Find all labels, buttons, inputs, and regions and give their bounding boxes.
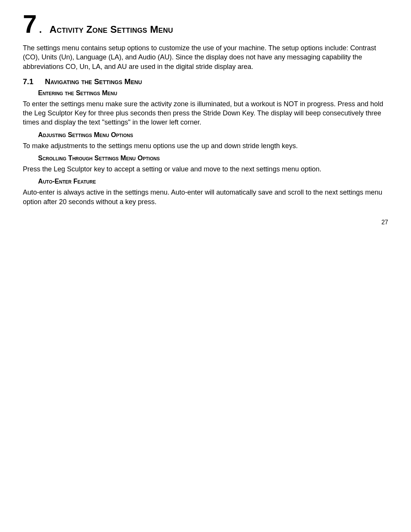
subheading-autoenter: Auto-Enter Feature bbox=[38, 177, 388, 185]
paragraph-entering: To enter the settings menu make sure the… bbox=[23, 99, 388, 127]
chapter-dot: . bbox=[39, 24, 42, 35]
chapter-title: Activity Zone Settings Menu bbox=[49, 24, 173, 35]
page-number: 27 bbox=[381, 219, 388, 226]
subheading-scrolling: Scrolling Through Settings Menu Options bbox=[38, 154, 388, 162]
subheading-adjusting: Adjusting Settings Menu Options bbox=[38, 131, 388, 139]
chapter-heading: 7 . Activity Zone Settings Menu bbox=[23, 11, 388, 37]
subheading-entering: Entering the Settings Menu bbox=[38, 89, 388, 97]
document-page: 7 . Activity Zone Settings Menu The sett… bbox=[0, 0, 411, 532]
chapter-number: 7 bbox=[23, 11, 37, 37]
intro-paragraph: The settings menu contains setup options… bbox=[23, 43, 388, 71]
section-title: Navigating the Settings Menu bbox=[45, 77, 142, 86]
paragraph-autoenter: Auto-enter is always active in the setti… bbox=[23, 188, 388, 206]
paragraph-adjusting: To make adjustments to the settings menu… bbox=[23, 141, 388, 150]
paragraph-scrolling: Press the Leg Sculptor key to accept a s… bbox=[23, 165, 388, 174]
section-number: 7.1 bbox=[23, 77, 45, 86]
section-heading: 7.1 Navigating the Settings Menu bbox=[23, 77, 388, 86]
